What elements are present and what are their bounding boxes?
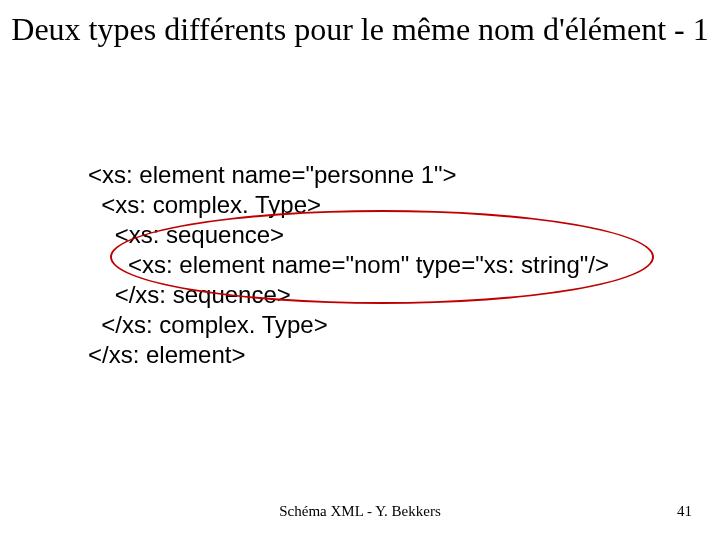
code-line-3: <xs: sequence> — [88, 221, 284, 248]
footer-center: Schéma XML - Y. Bekkers — [0, 503, 720, 520]
code-line-6: </xs: complex. Type> — [88, 311, 328, 338]
slide: Deux types différents pour le même nom d… — [0, 0, 720, 540]
code-line-5: </xs: sequence> — [88, 281, 291, 308]
code-block: <xs: element name="personne 1"> <xs: com… — [88, 160, 609, 370]
slide-title: Deux types différents pour le même nom d… — [0, 10, 720, 48]
code-line-7: </xs: element> — [88, 341, 245, 368]
page-number: 41 — [677, 503, 692, 520]
code-line-4: <xs: element name="nom" type="xs: string… — [88, 251, 609, 278]
code-line-2: <xs: complex. Type> — [88, 191, 321, 218]
code-line-1: <xs: element name="personne 1"> — [88, 161, 457, 188]
